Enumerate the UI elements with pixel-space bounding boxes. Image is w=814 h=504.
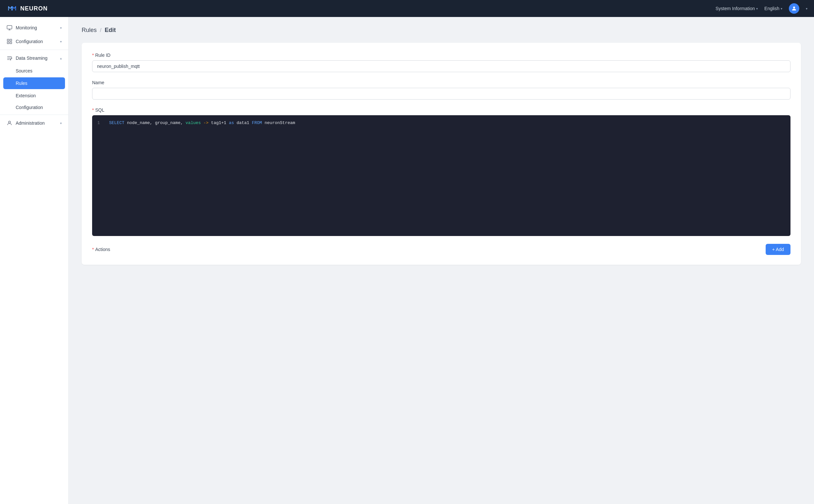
sidebar-divider-1 — [0, 50, 68, 50]
rule-id-group: * Rule ID — [92, 53, 790, 72]
stream-icon — [7, 55, 12, 61]
avatar[interactable] — [789, 3, 799, 14]
svg-rect-6 — [10, 42, 12, 44]
sidebar-item-configuration-sub[interactable]: Configuration — [0, 102, 68, 113]
sidebar-item-administration-label: Administration — [16, 120, 45, 126]
rule-id-label: * Rule ID — [92, 53, 790, 58]
svg-point-8 — [10, 59, 11, 60]
logo-text: NEURON — [20, 5, 48, 12]
main-content: Rules / Edit * Rule ID Name — [69, 17, 814, 504]
data-streaming-chevron-icon: ▴ — [60, 56, 62, 60]
svg-rect-2 — [7, 25, 12, 29]
svg-rect-3 — [7, 39, 9, 41]
add-button-label: + Add — [772, 247, 784, 252]
sql-table: neuronStream — [264, 120, 295, 125]
language-button[interactable]: English ▾ — [764, 6, 782, 11]
actions-required-star: * — [92, 247, 94, 252]
language-label: English — [764, 6, 779, 11]
sidebar: Monitoring ▾ Configuration ▾ Data Stream… — [0, 17, 69, 504]
svg-rect-4 — [10, 39, 12, 41]
sql-line-number: 1 — [97, 120, 104, 125]
sql-content: SELECT node_name, group_name, values -> … — [109, 120, 295, 125]
administration-icon — [7, 120, 12, 126]
sidebar-item-data-streaming[interactable]: Data Streaming ▴ — [0, 51, 68, 65]
name-label: Name — [92, 80, 790, 85]
sidebar-item-rules[interactable]: Rules — [3, 77, 65, 89]
rule-id-input[interactable] — [92, 60, 790, 72]
sidebar-item-administration[interactable]: Administration ▾ — [0, 116, 68, 130]
sql-as-keyword: as — [229, 120, 234, 125]
svg-point-7 — [11, 58, 12, 59]
administration-chevron-icon: ▾ — [60, 121, 62, 125]
logo-icon — [7, 3, 17, 14]
breadcrumb-separator: / — [100, 27, 101, 33]
sidebar-item-sources-label: Sources — [16, 68, 32, 73]
breadcrumb-current: Edit — [104, 27, 116, 34]
user-icon — [791, 6, 797, 11]
sql-group: * SQL 1 SELECT node_name, group_name, va… — [92, 107, 790, 236]
breadcrumb-parent[interactable]: Rules — [82, 27, 97, 34]
sql-label: * SQL — [92, 107, 790, 113]
sidebar-item-data-streaming-label: Data Streaming — [16, 55, 47, 61]
sidebar-item-configuration-sub-label: Configuration — [16, 105, 43, 110]
monitor-icon — [7, 25, 12, 31]
sidebar-item-configuration[interactable]: Configuration ▾ — [0, 35, 68, 48]
sql-tag-expr: tag1+1 — [211, 120, 229, 125]
sidebar-item-monitoring-label: Monitoring — [16, 25, 37, 30]
sql-alias: data1 — [236, 120, 252, 125]
sidebar-item-monitoring[interactable]: Monitoring ▾ — [0, 21, 68, 35]
avatar-chevron-icon: ▾ — [806, 7, 807, 10]
sql-values-keyword: values — [185, 120, 201, 125]
svg-point-1 — [793, 7, 795, 8]
system-information-button[interactable]: System Information ▾ — [715, 6, 758, 11]
sql-arrow: -> — [203, 120, 209, 125]
rule-id-required-star: * — [92, 53, 94, 58]
actions-label: * Actions — [92, 247, 110, 252]
configuration-chevron-icon: ▾ — [60, 40, 62, 43]
sql-line-1: 1 SELECT node_name, group_name, values -… — [97, 120, 785, 125]
sidebar-item-rules-label: Rules — [16, 81, 27, 86]
grid-icon — [7, 39, 12, 44]
sidebar-item-sources[interactable]: Sources — [0, 65, 68, 77]
sql-editor[interactable]: 1 SELECT node_name, group_name, values -… — [92, 115, 790, 236]
svg-rect-5 — [7, 42, 9, 44]
sql-select-keyword: SELECT — [109, 120, 124, 125]
add-button[interactable]: + Add — [766, 244, 790, 255]
svg-point-9 — [8, 121, 10, 123]
sidebar-item-configuration-label: Configuration — [16, 39, 43, 44]
edit-form: * Rule ID Name * SQL — [82, 43, 801, 265]
monitoring-chevron-icon: ▾ — [60, 26, 62, 30]
header: NEURON System Information ▾ English ▾ ▾ — [0, 0, 814, 17]
language-chevron-icon: ▾ — [781, 7, 782, 10]
name-input[interactable] — [92, 88, 790, 100]
name-group: Name — [92, 80, 790, 100]
header-left: NEURON — [7, 3, 48, 14]
sql-columns: node_name, group_name, — [127, 120, 185, 125]
actions-section: * Actions + Add — [92, 244, 790, 255]
layout: Monitoring ▾ Configuration ▾ Data Stream… — [0, 17, 814, 504]
breadcrumb: Rules / Edit — [82, 27, 801, 34]
header-right: System Information ▾ English ▾ ▾ — [715, 3, 807, 14]
sql-required-star: * — [92, 107, 94, 113]
system-information-label: System Information — [715, 6, 755, 11]
sidebar-item-extension[interactable]: Extension — [0, 90, 68, 102]
sql-from-keyword: FROM — [252, 120, 262, 125]
sidebar-item-extension-label: Extension — [16, 93, 36, 98]
sidebar-divider-2 — [0, 115, 68, 115]
system-info-chevron-icon: ▾ — [756, 7, 758, 10]
